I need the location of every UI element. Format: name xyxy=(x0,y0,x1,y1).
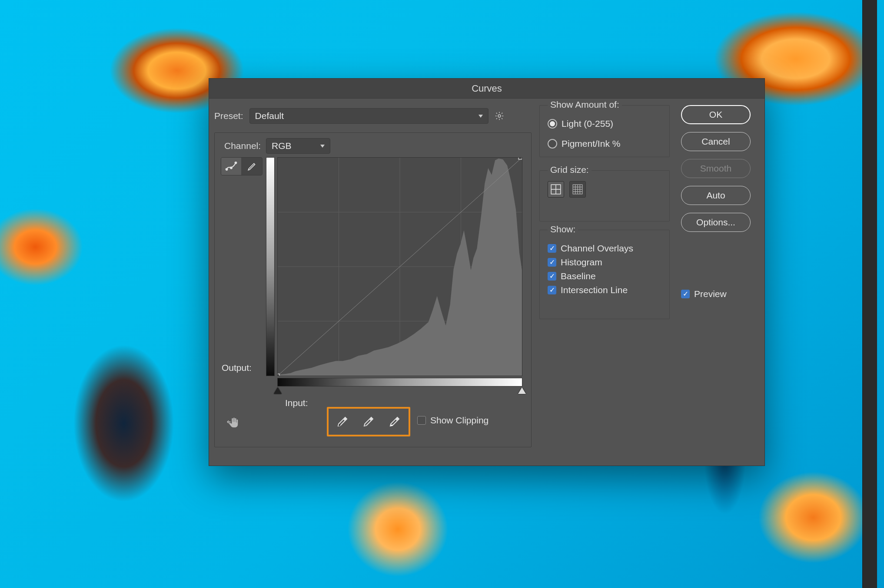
preview-label: Preview xyxy=(694,289,727,299)
check-intersection-label: Intersection Line xyxy=(561,285,628,295)
grid-coarse-icon[interactable] xyxy=(548,181,564,198)
check-channel-overlays-box[interactable] xyxy=(548,244,556,253)
show-amount-group: Show Amount of: Light (0-255) Pigment/In… xyxy=(539,105,670,157)
button-column: OK Cancel Smooth Auto Options... xyxy=(681,105,751,232)
curve-tool-group xyxy=(221,157,263,175)
white-point-slider[interactable] xyxy=(518,387,526,394)
output-gradient xyxy=(266,157,275,376)
svg-point-2 xyxy=(230,167,232,169)
check-baseline-label: Baseline xyxy=(561,271,596,281)
show-clipping-checkbox[interactable] xyxy=(417,416,426,425)
dialog-titlebar[interactable]: Curves xyxy=(209,79,764,99)
preset-select[interactable]: Default xyxy=(249,108,489,124)
channel-label: Channel: xyxy=(224,141,261,151)
radio-light[interactable]: Light (0-255) xyxy=(548,119,661,129)
preset-row: Preset: Default xyxy=(214,108,505,124)
dialog-body: Preset: Default Channel: RGB xyxy=(209,99,764,466)
input-label: Input: xyxy=(285,398,308,408)
channel-row: Channel: RGB xyxy=(224,138,330,154)
preset-value: Default xyxy=(255,111,284,121)
curves-graph-panel: Channel: RGB xyxy=(214,132,532,447)
pencil-tool-icon[interactable] xyxy=(242,158,262,175)
auto-button[interactable]: Auto xyxy=(681,186,751,205)
chevron-down-icon xyxy=(320,145,325,148)
chevron-down-icon xyxy=(479,115,483,118)
smooth-button: Smooth xyxy=(681,159,751,178)
targeted-adjustment-icon[interactable] xyxy=(227,415,244,430)
check-baseline-box[interactable] xyxy=(548,272,556,281)
radio-pigment[interactable]: Pigment/Ink % xyxy=(548,139,661,149)
svg-rect-12 xyxy=(518,158,522,159)
preview-row[interactable]: Preview xyxy=(681,289,727,299)
black-point-slider[interactable] xyxy=(274,387,282,394)
grid-size-legend: Grid size: xyxy=(548,165,592,175)
show-amount-legend: Show Amount of: xyxy=(548,99,622,110)
check-baseline[interactable]: Baseline xyxy=(548,271,661,281)
check-channel-overlays[interactable]: Channel Overlays xyxy=(548,243,661,254)
radio-light-label: Light (0-255) xyxy=(562,119,613,129)
show-clipping-row[interactable]: Show Clipping xyxy=(417,415,489,426)
output-label: Output: xyxy=(222,363,252,373)
right-panel-strip xyxy=(862,0,877,588)
svg-point-1 xyxy=(226,168,228,170)
radio-pigment-label: Pigment/Ink % xyxy=(562,139,620,149)
check-channel-overlays-label: Channel Overlays xyxy=(561,243,633,254)
check-intersection-box[interactable] xyxy=(548,286,556,294)
gear-icon[interactable] xyxy=(495,111,505,121)
channel-select[interactable]: RGB xyxy=(266,138,330,154)
radio-pigment-input[interactable] xyxy=(548,139,557,149)
grid-size-group: Grid size: xyxy=(539,170,670,221)
show-group: Show: Channel Overlays Histogram Baselin… xyxy=(539,230,670,319)
eyedropper-gray-point-icon[interactable] xyxy=(356,410,382,434)
svg-rect-11 xyxy=(278,374,279,376)
svg-point-0 xyxy=(498,115,501,117)
eyedropper-white-point-icon[interactable] xyxy=(382,410,408,434)
eyedropper-group-highlight xyxy=(327,407,410,436)
curve-canvas[interactable] xyxy=(277,157,522,376)
check-histogram-box[interactable] xyxy=(548,258,556,267)
cancel-button[interactable]: Cancel xyxy=(681,132,751,151)
dialog-title: Curves xyxy=(472,83,502,94)
ok-button[interactable]: OK xyxy=(681,105,751,124)
check-intersection[interactable]: Intersection Line xyxy=(548,285,661,295)
preview-checkbox[interactable] xyxy=(681,290,690,298)
eyedropper-black-point-icon[interactable] xyxy=(329,410,356,434)
radio-light-input[interactable] xyxy=(548,119,557,129)
grid-fine-icon[interactable] xyxy=(569,181,586,198)
check-histogram-label: Histogram xyxy=(561,257,602,268)
check-histogram[interactable]: Histogram xyxy=(548,257,661,268)
show-legend: Show: xyxy=(548,224,578,235)
curve-tool-icon[interactable] xyxy=(221,158,241,175)
svg-point-3 xyxy=(235,162,237,164)
channel-value: RGB xyxy=(272,141,292,151)
options-button[interactable]: Options... xyxy=(681,213,751,232)
show-clipping-label: Show Clipping xyxy=(430,415,489,426)
preset-label: Preset: xyxy=(214,111,243,121)
curves-dialog: Curves Preset: Default Channel: RGB xyxy=(209,78,765,466)
input-gradient xyxy=(277,378,522,386)
